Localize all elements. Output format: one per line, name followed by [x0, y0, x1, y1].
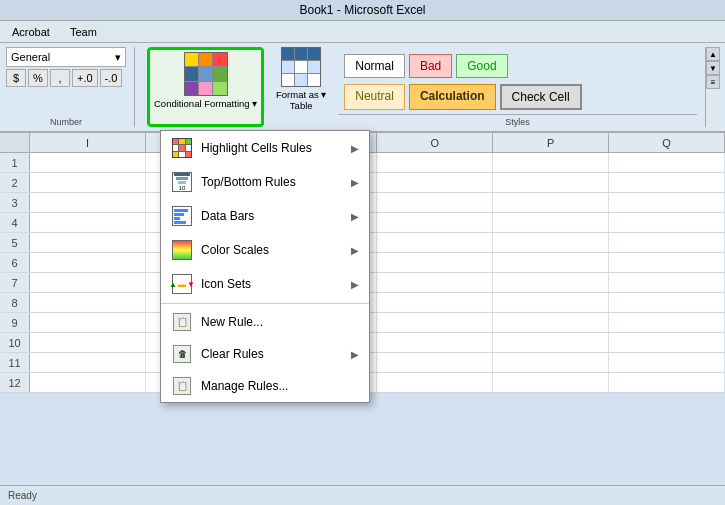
sheet-cell[interactable] [609, 313, 725, 332]
menu-item-iconsets[interactable]: ▲ ▬ ▼ Icon Sets ▶ [161, 267, 369, 301]
sheet-cell[interactable] [609, 233, 725, 252]
number-format-dropdown[interactable]: General ▾ [6, 47, 126, 67]
sheet-cell[interactable] [30, 173, 146, 192]
colorscales-arrow-icon: ▶ [351, 245, 359, 256]
colorscales-icon [171, 239, 193, 261]
sheet-cell[interactable] [30, 373, 146, 392]
menu-acrobat[interactable]: Acrobat [8, 25, 54, 39]
style-normal[interactable]: Normal [344, 54, 405, 78]
sheet-cell[interactable] [30, 313, 146, 332]
cf-icon-cell [185, 67, 198, 80]
sheet-cell[interactable] [609, 173, 725, 192]
sheet-cell[interactable] [30, 193, 146, 212]
row-number: 10 [0, 333, 30, 352]
conditional-formatting-button[interactable]: Conditional Formatting ▾ [147, 47, 264, 127]
managerules-icon: 📋 [171, 375, 193, 397]
sheet-cell[interactable] [30, 253, 146, 272]
sheet-cell[interactable] [30, 273, 146, 292]
menu-item-databars[interactable]: Data Bars ▶ [161, 199, 369, 233]
comma-button[interactable]: , [50, 69, 70, 87]
topbottom-label: Top/Bottom Rules [201, 175, 343, 189]
sheet-cell[interactable] [493, 253, 609, 272]
sheet-cell[interactable] [377, 153, 493, 172]
colorscales-label: Color Scales [201, 243, 343, 257]
col-header-p[interactable]: P [493, 133, 609, 152]
sheet-cell[interactable] [609, 213, 725, 232]
sheet-cell[interactable] [377, 313, 493, 332]
sheet-cell[interactable] [609, 373, 725, 392]
menu-item-topbottom[interactable]: 10 Top/Bottom Rules ▶ [161, 165, 369, 199]
sheet-cell[interactable] [609, 333, 725, 352]
sheet-cell[interactable] [30, 233, 146, 252]
sheet-cell[interactable] [377, 193, 493, 212]
menu-item-clearrules[interactable]: 🗑 Clear Rules ▶ [161, 338, 369, 370]
app-title: Book1 - Microsoft Excel [299, 3, 425, 17]
title-bar: Book1 - Microsoft Excel [0, 0, 725, 21]
sheet-cell[interactable] [377, 213, 493, 232]
percent-button[interactable]: % [28, 69, 48, 87]
style-good[interactable]: Good [456, 54, 507, 78]
sheet-cell[interactable] [30, 353, 146, 372]
sheet-cell[interactable] [30, 153, 146, 172]
sheet-cell[interactable] [377, 353, 493, 372]
sheet-cell[interactable] [30, 213, 146, 232]
sheet-cell[interactable] [493, 213, 609, 232]
col-header-o[interactable]: O [377, 133, 493, 152]
col-header-i[interactable]: I [30, 133, 146, 152]
increase-decimal-button[interactable]: +.0 [72, 69, 98, 87]
sheet-cell[interactable] [377, 233, 493, 252]
style-neutral[interactable]: Neutral [344, 84, 405, 110]
sheet-cell[interactable] [609, 353, 725, 372]
sheet-cell[interactable] [377, 333, 493, 352]
scroll-down-button[interactable]: ▼ [706, 61, 720, 75]
sheet-cell[interactable] [377, 293, 493, 312]
style-bad[interactable]: Bad [409, 54, 452, 78]
sheet-cell[interactable] [377, 253, 493, 272]
sheet-cell[interactable] [493, 373, 609, 392]
highlight-label: Highlight Cells Rules [201, 141, 343, 155]
styles-group: Normal Bad Good Neutral Calculation Chec… [338, 47, 697, 127]
sheet-cell[interactable] [493, 193, 609, 212]
ribbon-scrollbar[interactable]: ▲ ▼ ≡ [705, 47, 719, 127]
scroll-more-button[interactable]: ≡ [706, 75, 720, 89]
menu-item-managerules[interactable]: 📋 Manage Rules... [161, 370, 369, 402]
row-number: 7 [0, 273, 30, 292]
sheet-cell[interactable] [609, 253, 725, 272]
databars-arrow-icon: ▶ [351, 211, 359, 222]
sheet-cell[interactable] [609, 293, 725, 312]
menu-item-colorscales[interactable]: Color Scales ▶ [161, 233, 369, 267]
menu-item-newrule[interactable]: 📋 New Rule... [161, 306, 369, 338]
sheet-cell[interactable] [30, 333, 146, 352]
iconsets-arrow-icon: ▶ [351, 279, 359, 290]
style-check-cell[interactable]: Check Cell [500, 84, 582, 110]
sheet-cell[interactable] [493, 293, 609, 312]
sheet-cell[interactable] [609, 273, 725, 292]
col-header-q[interactable]: Q [609, 133, 725, 152]
currency-button[interactable]: $ [6, 69, 26, 87]
sheet-cell[interactable] [609, 193, 725, 212]
sheet-cell[interactable] [30, 293, 146, 312]
sheet-cell[interactable] [493, 353, 609, 372]
sheet-cell[interactable] [377, 173, 493, 192]
scroll-up-button[interactable]: ▲ [706, 47, 720, 61]
menu-team[interactable]: Team [66, 25, 101, 39]
sheet-cell[interactable] [493, 233, 609, 252]
ready-label: Ready [8, 490, 37, 501]
row-number: 9 [0, 313, 30, 332]
cf-icon-cell [185, 82, 198, 95]
row-number: 5 [0, 233, 30, 252]
sheet-cell[interactable] [377, 273, 493, 292]
sheet-cell[interactable] [377, 373, 493, 392]
decrease-decimal-button[interactable]: -.0 [100, 69, 123, 87]
sheet-cell[interactable] [609, 153, 725, 172]
sheet-cell[interactable] [493, 153, 609, 172]
format-as-table-button[interactable]: Format as ▾Table [272, 47, 330, 127]
sheet-cell[interactable] [493, 333, 609, 352]
highlight-arrow-icon: ▶ [351, 143, 359, 154]
sheet-cell[interactable] [493, 273, 609, 292]
cf-icon-cell [199, 53, 212, 66]
sheet-cell[interactable] [493, 173, 609, 192]
menu-item-highlight[interactable]: Highlight Cells Rules ▶ [161, 131, 369, 165]
style-calculation[interactable]: Calculation [409, 84, 496, 110]
sheet-cell[interactable] [493, 313, 609, 332]
